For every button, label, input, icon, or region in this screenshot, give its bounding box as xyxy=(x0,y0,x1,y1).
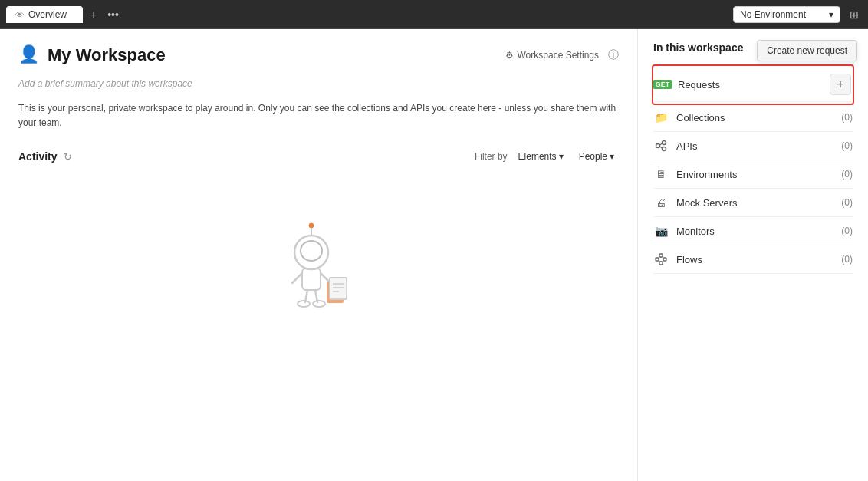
environment-selector[interactable]: No Environment ▾ xyxy=(733,6,840,23)
apis-item-left: APIs xyxy=(653,138,697,153)
nav-settings-icon[interactable]: ⊞ xyxy=(847,7,862,22)
collections-item-left: 📁 Collections xyxy=(653,110,725,125)
collections-row: 📁 Collections (0) xyxy=(653,104,853,132)
left-panel: 👤 My Workspace ⚙ Workspace Settings ⓘ Ad… xyxy=(0,29,638,481)
settings-sliders-icon: ⚙ xyxy=(505,50,514,61)
empty-state xyxy=(18,180,619,348)
empty-illustration xyxy=(265,210,373,318)
svg-point-17 xyxy=(656,144,660,148)
workspace-settings-label: Workspace Settings xyxy=(518,50,600,61)
flows-row: Flows (0) xyxy=(653,245,853,274)
apis-count: (0) xyxy=(841,140,853,151)
monitors-count: (0) xyxy=(841,226,853,236)
activity-title-area: Activity ↻ xyxy=(18,150,72,163)
right-panel: In this workspace Create new request GET… xyxy=(638,29,868,481)
requests-name: Requests xyxy=(678,79,720,91)
flows-name: Flows xyxy=(676,254,702,265)
requests-item-left: GET Requests xyxy=(655,77,720,92)
svg-point-16 xyxy=(313,301,325,307)
mock-servers-item-left: 🖨 Mock Servers xyxy=(653,195,737,210)
add-request-button[interactable]: + xyxy=(830,74,851,95)
requests-highlight-wrapper: Create new request GET Requests + xyxy=(652,64,854,105)
svg-rect-23 xyxy=(659,254,663,257)
environments-icon: 🖥 xyxy=(653,166,669,182)
env-label: No Environment xyxy=(740,9,806,20)
environments-item-left: 🖥 Environments xyxy=(653,166,737,182)
elements-filter-button[interactable]: Elements ▾ xyxy=(514,149,568,164)
svg-line-20 xyxy=(660,143,663,145)
mock-servers-name: Mock Servers xyxy=(676,197,737,209)
mock-servers-icon: 🖨 xyxy=(653,195,669,210)
svg-point-15 xyxy=(298,301,310,307)
activity-header: Activity ↻ Filter by Elements ▾ People ▾ xyxy=(18,149,619,164)
svg-rect-4 xyxy=(302,269,321,290)
flows-icon xyxy=(653,252,669,267)
people-label: People xyxy=(579,151,607,162)
main-content: 👤 My Workspace ⚙ Workspace Settings ⓘ Ad… xyxy=(0,29,868,481)
apis-row: APIs (0) xyxy=(653,132,853,160)
svg-point-19 xyxy=(663,147,666,151)
workspace-header: 👤 My Workspace ⚙ Workspace Settings ⓘ xyxy=(18,44,619,66)
workspace-settings-button[interactable]: ⚙ Workspace Settings xyxy=(505,50,600,61)
flows-count: (0) xyxy=(841,254,853,265)
svg-rect-22 xyxy=(656,258,659,261)
monitors-name: Monitors xyxy=(676,226,715,237)
new-tab-button[interactable]: + xyxy=(87,7,100,22)
filter-label: Filter by xyxy=(475,151,508,162)
main-layout: 👤 My Workspace ⚙ Workspace Settings ⓘ Ad… xyxy=(0,29,868,481)
create-new-request-label: Create new request xyxy=(767,45,847,56)
environments-name: Environments xyxy=(676,169,737,180)
svg-rect-24 xyxy=(659,262,663,265)
svg-point-18 xyxy=(663,141,666,145)
apis-icon xyxy=(653,138,669,153)
refresh-icon[interactable]: ↻ xyxy=(64,151,72,163)
workspace-title-area: 👤 My Workspace xyxy=(18,44,166,66)
apis-name: APIs xyxy=(676,140,697,152)
workspace-info-button[interactable]: ⓘ xyxy=(608,48,619,62)
svg-point-1 xyxy=(301,241,322,261)
environments-row: 🖥 Environments (0) xyxy=(653,160,853,189)
collections-icon: 📁 xyxy=(653,110,669,125)
overview-tab[interactable]: 👁 Overview xyxy=(6,6,83,23)
requests-row: Create new request GET Requests + xyxy=(655,68,851,102)
workspace-description: This is your personal, private workspace… xyxy=(18,101,619,130)
activity-title: Activity xyxy=(18,150,58,163)
workspace-avatar-icon: 👤 xyxy=(18,44,40,66)
svg-point-3 xyxy=(309,223,314,228)
monitors-item-left: 📷 Monitors xyxy=(653,223,715,239)
svg-rect-9 xyxy=(330,278,347,299)
tab-more-button[interactable]: ••• xyxy=(104,7,122,22)
tab-label: Overview xyxy=(28,9,67,20)
collections-count: (0) xyxy=(841,112,853,123)
filter-area: Filter by Elements ▾ People ▾ xyxy=(475,149,619,164)
elements-chevron-icon: ▾ xyxy=(559,151,564,162)
monitors-row: 📷 Monitors (0) xyxy=(653,217,853,245)
svg-line-5 xyxy=(292,273,302,283)
people-chevron-icon: ▾ xyxy=(610,151,614,162)
top-nav: 👁 Overview + ••• No Environment ▾ ⊞ xyxy=(0,0,868,29)
env-chevron-icon: ▾ xyxy=(829,9,833,20)
content-area: 👤 My Workspace ⚙ Workspace Settings ⓘ Ad… xyxy=(0,29,868,481)
flows-item-left: Flows xyxy=(653,252,702,267)
top-nav-right: No Environment ▾ ⊞ xyxy=(733,6,862,23)
mock-servers-row: 🖨 Mock Servers (0) xyxy=(653,189,853,217)
eye-icon: 👁 xyxy=(15,10,24,19)
create-new-request-popup: Create new request xyxy=(757,40,857,61)
elements-label: Elements xyxy=(518,151,557,162)
people-filter-button[interactable]: People ▾ xyxy=(574,149,619,164)
tab-area: 👁 Overview + ••• xyxy=(6,6,122,23)
workspace-actions: ⚙ Workspace Settings ⓘ xyxy=(505,48,620,62)
environments-count: (0) xyxy=(841,169,853,180)
monitors-icon: 📷 xyxy=(653,223,669,239)
collections-name: Collections xyxy=(676,112,725,124)
workspace-title: My Workspace xyxy=(48,45,166,65)
requests-icon: GET xyxy=(655,77,670,92)
svg-rect-25 xyxy=(663,258,666,261)
workspace-summary-placeholder: Add a brief summary about this workspace xyxy=(18,78,619,89)
svg-line-21 xyxy=(660,147,663,148)
mock-servers-count: (0) xyxy=(841,197,853,208)
